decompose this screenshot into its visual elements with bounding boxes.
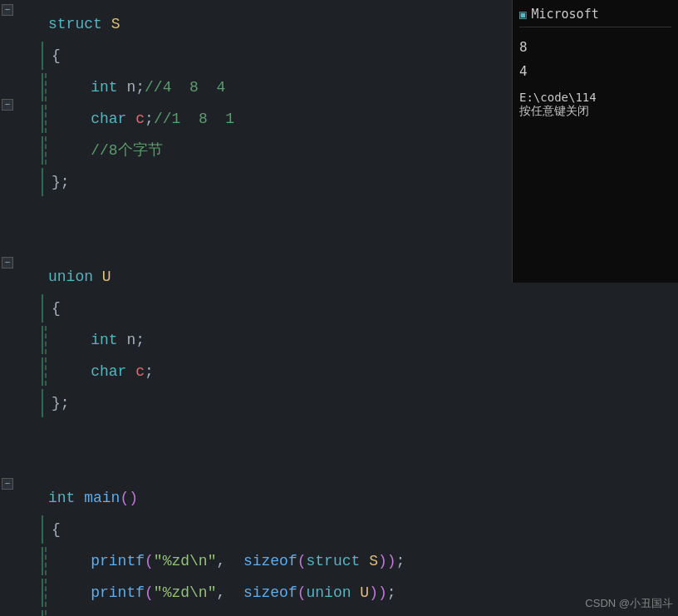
code-open-brace-1: { — [45, 42, 61, 70]
terminal-path-text: E:\code\114 — [519, 91, 597, 104]
code-blank-4 — [42, 452, 57, 480]
code-char-c: char c;//1 8 1 — [48, 105, 234, 133]
line-struct-header: − struct S — [0, 8, 548, 40]
fold-btn-3[interactable]: − — [2, 257, 13, 269]
line-printf-1: printf("%zd\n", sizeof(struct S)); — [0, 545, 548, 577]
indent-line-11 — [42, 547, 43, 575]
indent-line-13 — [42, 610, 43, 616]
code-open-brace-2: { — [45, 294, 61, 323]
line-blank-1 — [0, 198, 548, 229]
terminal-press-key: 按任意键关闭 — [519, 104, 589, 117]
code-int-n: int n;//4 8 4 — [48, 73, 225, 101]
fold-btn-2[interactable]: − — [2, 99, 13, 111]
line-blank-3 — [0, 419, 548, 451]
indent-line-3 — [42, 105, 43, 133]
terminal-title: Microsoft — [531, 7, 598, 22]
indent-dashed-5 — [45, 357, 47, 386]
indent-line-10 — [42, 515, 43, 544]
code-blank-1 — [42, 200, 57, 228]
code-char-c2: char c; — [48, 357, 154, 386]
line-printf-2: printf("%zd\n", sizeof(union U)); — [0, 577, 548, 609]
indent-dashed-4 — [45, 326, 47, 354]
indent-line-4 — [42, 136, 43, 165]
code-main-header: int main() — [42, 484, 138, 512]
indent-line-12 — [42, 579, 43, 607]
line-open-brace-2: { — [0, 293, 548, 324]
code-blank-3 — [42, 421, 57, 449]
terminal-output: 8 4 — [519, 36, 671, 84]
line-comment-bytes: //8个字节 — [0, 135, 548, 166]
watermark-text: CSDN @小丑国斗 — [585, 597, 673, 609]
code-blank-2 — [42, 231, 57, 259]
terminal-path: E:\code\114 按任意键关闭 — [519, 91, 671, 119]
line-close-brace-1: }; — [0, 166, 548, 198]
line-main-header: − int main() — [0, 482, 548, 514]
indent-line-5 — [42, 168, 43, 196]
line-return: return 0; — [0, 609, 548, 616]
terminal-panel: ▣ Microsoft 8 4 E:\code\114 按任意键关闭 — [512, 0, 678, 283]
indent-dashed-6 — [45, 547, 47, 575]
fold-btn-4[interactable]: − — [2, 478, 13, 490]
line-open-brace-3: { — [0, 514, 548, 545]
line-blank-4 — [0, 451, 548, 482]
indent-line-9 — [42, 389, 43, 417]
line-char-c2: char c; — [0, 356, 548, 387]
code-close-brace-1: }; — [45, 168, 70, 196]
indent-dashed-3 — [45, 136, 47, 165]
line-union-header: − union U — [0, 261, 548, 293]
line-int-n2: int n; — [0, 324, 548, 356]
code-union-header: union U — [42, 263, 111, 291]
line-int-n: int n;//4 8 4 — [0, 71, 548, 103]
watermark: CSDN @小丑国斗 — [585, 596, 673, 611]
indent-line-8 — [42, 357, 43, 386]
indent-line-6 — [42, 294, 43, 323]
code-close-brace-2: }; — [45, 389, 70, 417]
indent-line-7 — [42, 326, 43, 354]
indent-line-2 — [42, 73, 43, 101]
terminal-line-1: 8 — [519, 36, 671, 60]
terminal-header: ▣ Microsoft — [519, 7, 671, 27]
code-printf-1: printf("%zd\n", sizeof(struct S)); — [48, 547, 405, 575]
indent-dashed-7 — [45, 579, 47, 607]
code-comment-bytes: //8个字节 — [48, 136, 163, 165]
code-open-brace-3: { — [45, 515, 61, 544]
code-int-n2: int n; — [48, 326, 145, 354]
code-struct-header: struct S — [42, 10, 120, 38]
line-blank-2 — [0, 229, 548, 261]
indent-line-1 — [42, 42, 43, 70]
fold-btn-1[interactable]: − — [2, 4, 13, 16]
code-printf-2: printf("%zd\n", sizeof(union U)); — [48, 579, 396, 607]
line-open-brace-1: { — [0, 40, 548, 71]
indent-dashed-2 — [45, 105, 47, 133]
indent-dashed-8 — [45, 610, 47, 616]
code-area: − struct S { int n;//4 8 4 − char c;//1 … — [0, 0, 548, 616]
indent-dashed-1 — [45, 73, 47, 101]
terminal-line-2: 4 — [519, 60, 671, 84]
terminal-icon: ▣ — [519, 7, 526, 21]
line-close-brace-2: }; — [0, 387, 548, 419]
code-return: return 0; — [48, 610, 171, 616]
line-char-c: − char c;//1 8 1 — [0, 103, 548, 135]
